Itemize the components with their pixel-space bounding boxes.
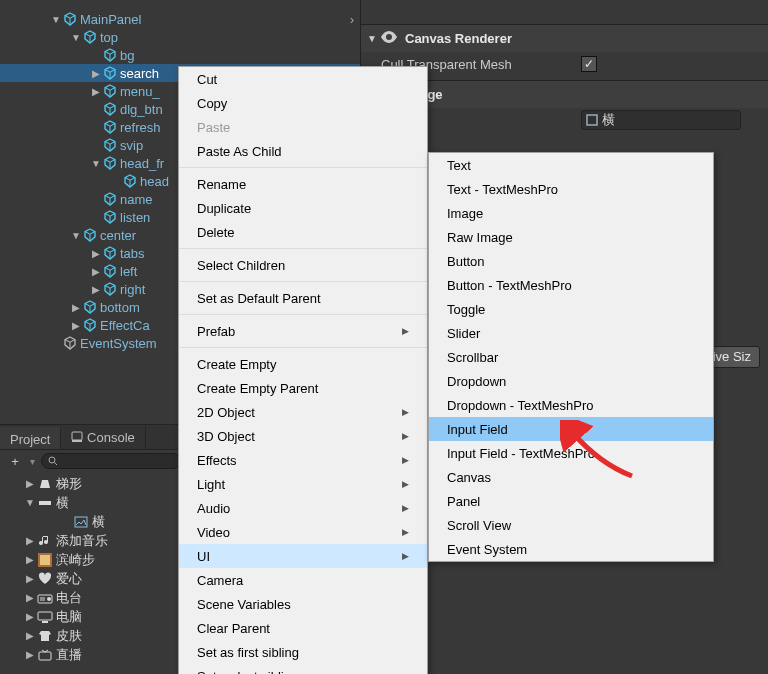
hierarchy-item-top[interactable]: ▼top [0, 28, 360, 46]
visibility-icon[interactable] [381, 31, 399, 46]
menu-item-clear-parent[interactable]: Clear Parent [179, 616, 427, 640]
submenu-item-dropdown[interactable]: Dropdown [429, 369, 713, 393]
menu-item-video[interactable]: Video [179, 520, 427, 544]
menu-item-copy[interactable]: Copy [179, 91, 427, 115]
tab-project[interactable]: Project [0, 427, 61, 449]
expand-arrow-icon[interactable]: ▼ [70, 32, 82, 43]
menu-item-set-as-first-sibling[interactable]: Set as first sibling [179, 640, 427, 664]
menu-item-create-empty-parent[interactable]: Create Empty Parent [179, 376, 427, 400]
project-label: 电脑 [54, 608, 82, 626]
submenu-item-slider[interactable]: Slider [429, 321, 713, 345]
submenu-item-scrollbar[interactable]: Scrollbar [429, 345, 713, 369]
menu-label: Image [447, 206, 483, 221]
submenu-item-text-textmeshpro[interactable]: Text - TextMeshPro [429, 177, 713, 201]
tab-console[interactable]: Console [61, 427, 145, 449]
expand-arrow-icon[interactable]: ▶ [90, 284, 102, 295]
menu-item-audio[interactable]: Audio [179, 496, 427, 520]
asset-icon [72, 514, 90, 530]
expand-icon[interactable]: ▼ [367, 33, 381, 44]
expand-arrow-icon[interactable]: ▼ [24, 497, 36, 508]
gameobject-icon [82, 228, 98, 242]
submenu-item-toggle[interactable]: Toggle [429, 297, 713, 321]
menu-item-cut[interactable]: Cut [179, 67, 427, 91]
expand-arrow-icon[interactable]: ▶ [24, 535, 36, 546]
menu-item-3d-object[interactable]: 3D Object [179, 424, 427, 448]
menu-item-create-empty[interactable]: Create Empty [179, 352, 427, 376]
menu-label: Create Empty [197, 357, 276, 372]
dropdown-icon[interactable]: ▾ [30, 456, 35, 467]
hierarchy-label: head_fr [118, 156, 164, 171]
menu-label: Scroll View [447, 518, 511, 533]
submenu-item-raw-image[interactable]: Raw Image [429, 225, 713, 249]
project-label: 横 [54, 494, 69, 512]
menu-item-ui[interactable]: UI [179, 544, 427, 568]
expand-arrow-icon[interactable]: ▶ [90, 248, 102, 259]
menu-item-2d-object[interactable]: 2D Object [179, 400, 427, 424]
menu-item-set-as-last-sibling[interactable]: Set as last sibling [179, 664, 427, 674]
expand-arrow-icon[interactable]: ▼ [50, 14, 62, 25]
svg-rect-14 [42, 621, 48, 623]
expand-arrow-icon[interactable]: ▶ [24, 592, 36, 603]
menu-item-duplicate[interactable]: Duplicate [179, 196, 427, 220]
expand-arrow-icon[interactable]: ▶ [70, 302, 82, 313]
menu-label: Paste [197, 120, 230, 135]
expand-arrow-icon[interactable]: ▶ [24, 554, 36, 565]
menu-item-light[interactable]: Light [179, 472, 427, 496]
menu-item-rename[interactable]: Rename [179, 172, 427, 196]
expand-arrow-icon[interactable]: ▶ [90, 86, 102, 97]
expand-arrow-icon[interactable]: ▶ [90, 68, 102, 79]
menu-label: Set as last sibling [197, 669, 298, 675]
expand-arrow-icon[interactable]: ▶ [24, 649, 36, 660]
expand-arrow-icon[interactable]: ▶ [70, 320, 82, 331]
submenu-item-input-field-textmeshpro[interactable]: Input Field - TextMeshPro [429, 441, 713, 465]
object-field-value: 横 [602, 111, 615, 129]
expand-arrow-icon[interactable]: ▼ [90, 158, 102, 169]
menu-label: Set as first sibling [197, 645, 299, 660]
svg-rect-2 [72, 440, 82, 442]
expand-arrow-icon[interactable]: ▶ [24, 478, 36, 489]
hierarchy-label: listen [118, 210, 150, 225]
gameobject-icon [102, 210, 118, 224]
gameobject-icon [102, 84, 118, 98]
component-header-canvas-renderer[interactable]: ▼ Canvas Renderer [361, 24, 768, 52]
submenu-item-panel[interactable]: Panel [429, 489, 713, 513]
expand-arrow-icon[interactable]: ▶ [24, 611, 36, 622]
menu-label: Prefab [197, 324, 235, 339]
menu-item-scene-variables[interactable]: Scene Variables [179, 592, 427, 616]
asset-icon [36, 628, 54, 644]
submenu-item-button[interactable]: Button [429, 249, 713, 273]
expand-arrow-icon[interactable]: ▼ [70, 230, 82, 241]
add-button[interactable]: + [6, 454, 24, 469]
submenu-item-event-system[interactable]: Event System [429, 537, 713, 561]
image-object-field[interactable]: 横 [581, 110, 741, 130]
hierarchy-item-bg[interactable]: bg [0, 46, 360, 64]
hierarchy-item-mainpanel[interactable]: ▼MainPanel [0, 10, 360, 28]
expand-arrow-icon[interactable]: ▶ [24, 573, 36, 584]
submenu-item-dropdown-textmeshpro[interactable]: Dropdown - TextMeshPro [429, 393, 713, 417]
menu-item-paste-as-child[interactable]: Paste As Child [179, 139, 427, 163]
hierarchy-chevron-icon[interactable]: › [350, 13, 354, 27]
submenu-item-text[interactable]: Text [429, 153, 713, 177]
menu-item-delete[interactable]: Delete [179, 220, 427, 244]
submenu-item-canvas[interactable]: Canvas [429, 465, 713, 489]
menu-item-effects[interactable]: Effects [179, 448, 427, 472]
gameobject-icon [62, 12, 78, 26]
hierarchy-label: svip [118, 138, 143, 153]
ui-submenu: TextText - TextMeshProImageRaw ImageButt… [428, 152, 714, 562]
submenu-item-button-textmeshpro[interactable]: Button - TextMeshPro [429, 273, 713, 297]
gameobject-icon [102, 138, 118, 152]
submenu-item-scroll-view[interactable]: Scroll View [429, 513, 713, 537]
submenu-item-image[interactable]: Image [429, 201, 713, 225]
gameobject-icon [102, 156, 118, 170]
context-menu: CutCopyPastePaste As ChildRenameDuplicat… [178, 66, 428, 674]
submenu-item-input-field[interactable]: Input Field [429, 417, 713, 441]
menu-item-select-children[interactable]: Select Children [179, 253, 427, 277]
project-search-input[interactable] [41, 453, 181, 469]
cull-checkbox[interactable]: ✓ [581, 56, 597, 72]
expand-arrow-icon[interactable]: ▶ [24, 630, 36, 641]
hierarchy-label: bottom [98, 300, 140, 315]
menu-item-camera[interactable]: Camera [179, 568, 427, 592]
menu-item-set-as-default-parent[interactable]: Set as Default Parent [179, 286, 427, 310]
menu-item-prefab[interactable]: Prefab [179, 319, 427, 343]
expand-arrow-icon[interactable]: ▶ [90, 266, 102, 277]
